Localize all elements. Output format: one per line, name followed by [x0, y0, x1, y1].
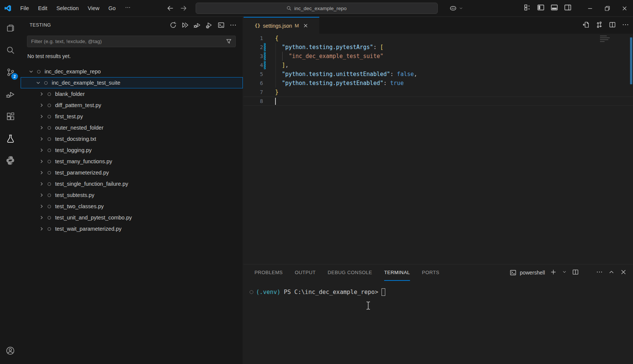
panel-tab-output[interactable]: OUTPUT — [295, 264, 316, 281]
open-changes-button[interactable] — [582, 21, 590, 30]
panel-tab-ports[interactable]: PORTS — [422, 264, 440, 281]
test-tree-item-test_docstring.txt[interactable]: test_docstring.txt — [21, 133, 243, 145]
test-tree-item-inc_dec_example_test_suite[interactable]: inc_dec_example_test_suite — [21, 77, 243, 88]
close-icon — [620, 269, 627, 276]
chevron-down-icon — [35, 80, 41, 86]
copilot-button[interactable] — [449, 0, 463, 16]
command-center-text: inc_dec_example_repo — [294, 6, 347, 11]
test-item-label: test_two_classes.py — [55, 203, 104, 209]
more-actions-button[interactable] — [596, 269, 603, 277]
minimize-button[interactable] — [581, 0, 599, 16]
test-tree-item-test_logging.py[interactable]: test_logging.py — [21, 145, 243, 156]
kill-terminal-button[interactable] — [584, 269, 591, 277]
close-panel-button[interactable] — [620, 269, 627, 277]
circle-outline-icon — [46, 181, 52, 187]
chevron-right-icon — [39, 113, 45, 119]
chevron-right-icon — [39, 181, 45, 187]
test-tree-item-test_wait_parameterized.py[interactable]: test_wait_parameterized.py — [21, 223, 243, 234]
test-tree-item-first_test.py[interactable]: first_test.py — [21, 111, 243, 122]
menu-more[interactable] — [120, 4, 135, 12]
editor-tab-bar: {} settings.json M — [244, 17, 633, 34]
panel-tab-problems[interactable]: PROBLEMS — [254, 264, 283, 281]
activitybar-testing[interactable] — [0, 127, 21, 149]
forward-arrow-icon[interactable] — [180, 4, 187, 12]
activitybar-python[interactable] — [0, 149, 21, 172]
code-line-6: 6 "python.testing.pytestEnabled": true — [244, 79, 633, 88]
menu-view[interactable]: View — [83, 0, 104, 16]
terminal-prompt-line[interactable]: (.venv) PS C:\inc_dec_example_repo> — [250, 288, 385, 296]
test-tree-item-test_many_functions.py[interactable]: test_many_functions.py — [21, 156, 243, 167]
circle-outline-icon — [46, 136, 52, 142]
restore-icon — [604, 5, 611, 12]
panel-toolbar: powershell — [509, 264, 627, 281]
test-item-label: inc_dec_example_test_suite — [52, 80, 120, 86]
test-filter-input[interactable] — [27, 39, 226, 44]
restore-button[interactable] — [599, 0, 616, 16]
launch-profile-button[interactable] — [562, 269, 567, 276]
maximize-panel-button[interactable] — [608, 269, 615, 277]
more-icon — [125, 4, 131, 10]
toggle-panel-bottom-button[interactable] — [550, 3, 558, 13]
menu-selection[interactable]: Selection — [52, 0, 83, 16]
terminal-cursor — [382, 288, 385, 296]
show-output-button[interactable] — [217, 21, 225, 29]
close-button[interactable] — [616, 0, 633, 16]
filter-icon[interactable] — [226, 38, 232, 45]
close-icon — [621, 5, 628, 12]
compare-changes-button[interactable] — [596, 21, 603, 30]
more-icon — [229, 21, 237, 29]
toggle-layout-button[interactable] — [523, 3, 531, 13]
new-terminal-button[interactable] — [550, 269, 557, 277]
circle-outline-icon — [43, 80, 49, 86]
test-tree-item-outer_nested_folder[interactable]: outer_nested_folder — [21, 122, 243, 133]
menu-edit[interactable]: Edit — [33, 0, 52, 16]
menu-file[interactable]: File — [16, 0, 33, 16]
split-terminal-button[interactable] — [572, 269, 579, 277]
activitybar-account[interactable] — [0, 340, 21, 362]
more-actions-button[interactable] — [622, 21, 629, 30]
split-editor-button[interactable] — [609, 21, 616, 30]
split-editor-icon — [609, 21, 616, 28]
circle-outline-icon — [46, 114, 52, 119]
test-tree-item-diff_pattern_test.py[interactable]: diff_pattern_test.py — [21, 100, 243, 111]
test-tree-item-blank_folder[interactable]: blank_folder — [21, 88, 243, 100]
activitybar-explorer[interactable] — [0, 17, 21, 39]
copilot-icon — [449, 4, 457, 12]
menu-go[interactable]: Go — [104, 0, 120, 16]
activitybar-extensions[interactable] — [0, 105, 21, 127]
activitybar-search[interactable] — [0, 39, 21, 61]
refresh-icon — [169, 21, 177, 29]
test-tree-item-inc_dec_example_repo[interactable]: inc_dec_example_repo — [21, 66, 243, 77]
test-item-label: outer_nested_folder — [55, 125, 103, 131]
shell-label[interactable]: powershell — [520, 270, 545, 276]
test-tree-item-test_unit_and_pytest_combo.py[interactable]: test_unit_and_pytest_combo.py — [21, 212, 243, 223]
command-center[interactable]: inc_dec_example_repo — [196, 3, 438, 14]
search-icon — [6, 46, 15, 55]
code-editor[interactable]: 1{2 "python.testing.pytestArgs": [3 "inc… — [244, 34, 633, 264]
panel-tab-terminal[interactable]: TERMINAL — [384, 264, 410, 281]
toggle-panel-left-button[interactable] — [537, 3, 545, 13]
test-item-label: test_unit_and_pytest_combo.py — [55, 215, 132, 221]
search-icon — [286, 6, 292, 11]
debug-tests-button[interactable] — [193, 21, 201, 29]
close-icon[interactable] — [303, 23, 308, 28]
test-tree-item-test_subtests.py[interactable]: test_subtests.py — [21, 189, 243, 201]
trash-icon — [584, 269, 591, 276]
chevron-up-icon — [608, 269, 615, 276]
refresh-tests-button[interactable] — [169, 21, 177, 29]
toggle-panel-right-button[interactable] — [564, 3, 572, 13]
test-tree-item-test_single_function_failure.py[interactable]: test_single_function_failure.py — [21, 178, 243, 189]
back-arrow-icon[interactable] — [166, 4, 174, 12]
circle-outline-icon — [46, 192, 52, 198]
panel-tab-debug-console[interactable]: DEBUG CONSOLE — [328, 264, 372, 281]
test-tree-item-test_two_classes.py[interactable]: test_two_classes.py — [21, 201, 243, 212]
activitybar-run-and-debug[interactable] — [0, 83, 21, 105]
activitybar-source-control[interactable]: 2 — [0, 61, 21, 83]
test-tree-item-test_parameterized.py[interactable]: test_parameterized.py — [21, 167, 243, 178]
more-actions-button[interactable] — [229, 21, 237, 29]
run-tests-button[interactable] — [181, 21, 189, 29]
tab-settings-json[interactable]: {} settings.json M — [244, 17, 319, 34]
python-icon — [5, 155, 15, 166]
run-tests-with-coverage-button[interactable] — [205, 21, 213, 29]
titlebar: FileEditSelectionViewGo inc_dec_example_… — [0, 0, 633, 17]
